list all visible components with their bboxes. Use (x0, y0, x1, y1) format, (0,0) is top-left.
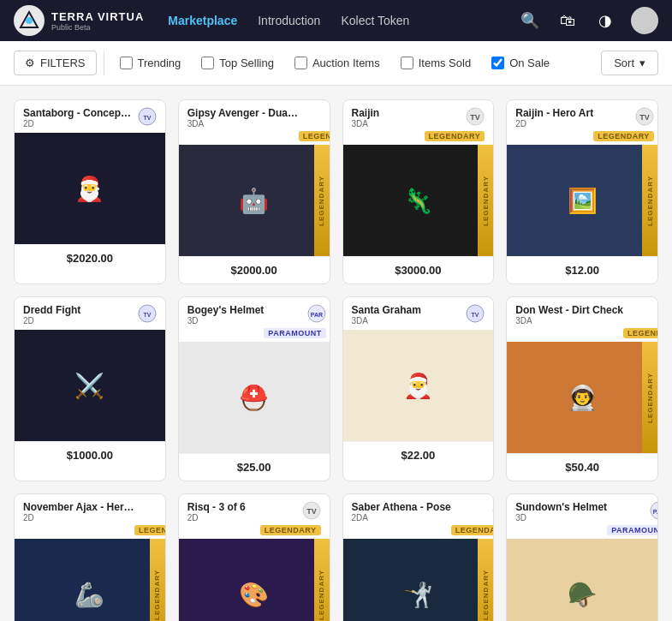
filter-bar: ⚙ FILTERS Trending Top Selling Auction I… (0, 41, 672, 86)
auction-items-filter[interactable]: Auction Items (286, 53, 389, 73)
filters-button[interactable]: ⚙ FILTERS (14, 51, 97, 75)
logo-text: TERRA VIRTUA Public Beta (51, 10, 144, 32)
svg-point-2 (26, 17, 33, 24)
search-button[interactable]: 🔍 (518, 9, 542, 33)
filter-icon: ⚙ (25, 57, 35, 69)
product-card[interactable]: Raijin - Hero Art 2D TV LEGENDARY 🖼️ LEG… (506, 99, 658, 284)
product-card[interactable]: Dredd Fight 2D TV ⚔️ $1000.00 (14, 296, 166, 481)
avatar[interactable] (631, 7, 658, 34)
product-card[interactable]: November Ajax - Hero Art 2D TV LEGENDARY… (14, 493, 166, 621)
card-type: 2D (23, 513, 134, 522)
card-emoji: ⛑️ (179, 342, 330, 453)
card-type: 3D (187, 316, 265, 325)
card-badge-wrap: TV LEGENDARY (425, 107, 485, 141)
cart-button[interactable]: 🛍 (556, 9, 580, 33)
card-emoji: 🎨 (179, 539, 330, 621)
card-badge-wrap: TV LEGENDARY (260, 501, 321, 535)
card-image: 🎅 (15, 133, 165, 244)
card-title-wrap: Gipsy Avenger - Dual C... 3DA (187, 107, 299, 128)
card-emoji: 🦎 (343, 145, 494, 256)
auction-items-checkbox[interactable] (294, 57, 307, 69)
items-sold-checkbox[interactable] (401, 57, 413, 69)
search-icon: 🔍 (520, 11, 539, 30)
product-card[interactable]: Sundown's Helmet 3D PAR PARAMOUNT 🪖 $25.… (506, 493, 658, 621)
card-type: 2D (187, 513, 246, 522)
card-image: 🤺 LEGENDARY (343, 539, 494, 621)
card-badge-wrap: PAR PARAMOUNT (607, 501, 658, 535)
card-header: Dredd Fight 2D TV (15, 297, 165, 330)
product-card[interactable]: Don West - Dirt Check 3DA TV LEGENDARY 👨… (506, 296, 658, 481)
card-type: 3DA (352, 119, 380, 128)
card-title-wrap: Santaborg - Concept Art 2D (23, 107, 134, 128)
badge: PARAMOUNT (607, 525, 658, 535)
card-header: Bogey's Helmet 3D PAR PARAMOUNT (179, 297, 330, 342)
top-selling-checkbox[interactable] (201, 57, 214, 69)
product-card[interactable]: Saber Athena - Pose 2DA TV LEGENDARY 🤺 L… (342, 493, 495, 621)
product-card[interactable]: Raijin 3DA TV LEGENDARY 🦎 LEGENDARY $300… (342, 99, 495, 284)
card-emoji: ⚔️ (15, 330, 165, 441)
card-type: 2D (515, 119, 593, 128)
card-type: 3DA (187, 119, 299, 128)
product-card[interactable]: Risq - 3 of 6 2D TV LEGENDARY 🎨 LEGENDAR… (178, 493, 330, 621)
card-header: Santa Graham 3DA TV (343, 297, 494, 330)
card-image: 🦎 LEGENDARY (343, 145, 494, 256)
card-title-wrap: Raijin - Hero Art 2D (515, 107, 593, 128)
card-badge-wrap: PAR PARAMOUNT (264, 304, 325, 338)
card-badge-wrap: TV LEGENDARY (623, 304, 658, 338)
card-type: 2D (23, 316, 80, 325)
product-card[interactable]: Gipsy Avenger - Dual C... 3DA TV LEGENDA… (178, 99, 330, 284)
card-image: 🎨 LEGENDARY (179, 539, 330, 621)
logo-beta: Public Beta (51, 23, 144, 32)
nav-kolect-token[interactable]: Kolect Token (341, 14, 409, 27)
top-selling-filter[interactable]: Top Selling (193, 53, 282, 73)
card-title: Sundown's Helmet (515, 501, 607, 513)
theme-icon: ◑ (598, 11, 612, 30)
card-emoji: 👨‍🚀 (507, 342, 657, 453)
card-emoji: 🎅 (15, 133, 165, 244)
card-emoji: 🦾 (15, 539, 165, 621)
card-header: Raijin 3DA TV LEGENDARY (343, 100, 494, 145)
card-title: Raijin (352, 107, 380, 119)
card-title-wrap: Bogey's Helmet 3D (187, 304, 265, 325)
trending-checkbox[interactable] (120, 57, 133, 69)
on-sale-filter[interactable]: On Sale (483, 53, 558, 73)
items-sold-filter[interactable]: Items Sold (392, 53, 479, 73)
card-image: 🦾 LEGENDARY (15, 539, 165, 621)
card-title: Santaborg - Concept Art (23, 107, 134, 119)
card-image: 🤖 LEGENDARY (179, 145, 330, 256)
card-title-wrap: Saber Athena - Pose 2DA (352, 501, 451, 522)
nav-marketplace[interactable]: Marketplace (168, 14, 237, 27)
card-badge-wrap: TV LEGENDARY (451, 501, 494, 535)
sort-button[interactable]: Sort ▾ (601, 51, 658, 75)
on-sale-checkbox[interactable] (491, 57, 504, 69)
card-title: Santa Graham (352, 304, 421, 316)
card-type: 2D (23, 119, 134, 128)
card-emoji: 🖼️ (507, 145, 657, 256)
product-card[interactable]: Santa Graham 3DA TV 🎅 $22.00 (342, 296, 495, 481)
brand-icon: TV (138, 304, 157, 326)
svg-text:TV: TV (143, 115, 151, 121)
card-emoji: 🪖 (507, 539, 657, 621)
nav-introduction[interactable]: Introduction (258, 14, 320, 27)
product-card[interactable]: Santaborg - Concept Art 2D TV 🎅 $2020.00 (14, 99, 166, 284)
brand-icon: TV (138, 107, 157, 129)
card-price: $3000.00 (343, 256, 494, 284)
card-type: 3D (515, 513, 607, 522)
brand-icon: TV (492, 501, 494, 523)
card-price: $12.00 (507, 256, 657, 284)
theme-button[interactable]: ◑ (593, 9, 617, 33)
card-title-wrap: Santa Graham 3DA (352, 304, 421, 325)
card-price: $1000.00 (15, 441, 165, 469)
badge: LEGENDARY (451, 525, 494, 535)
product-card[interactable]: Bogey's Helmet 3D PAR PARAMOUNT ⛑️ $25.0… (178, 296, 330, 481)
trending-filter[interactable]: Trending (111, 53, 190, 73)
navbar: TERRA VIRTUA Public Beta Marketplace Int… (0, 0, 672, 41)
card-price: $2020.00 (15, 244, 165, 272)
badge: LEGENDARY (425, 131, 485, 141)
card-title: November Ajax - Hero Art (23, 501, 134, 513)
logo[interactable]: TERRA VIRTUA Public Beta (14, 5, 144, 36)
card-title: Risq - 3 of 6 (187, 501, 246, 513)
card-header: November Ajax - Hero Art 2D TV LEGENDARY (15, 494, 165, 539)
logo-svg (17, 9, 41, 33)
badge: LEGENDARY (260, 525, 321, 535)
